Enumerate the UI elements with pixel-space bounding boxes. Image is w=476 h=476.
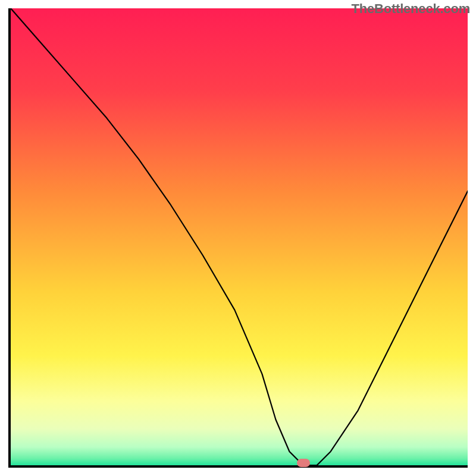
chart-background bbox=[11, 8, 468, 465]
chart-area bbox=[8, 8, 468, 468]
chart-svg bbox=[11, 8, 468, 465]
watermark-text: TheBottleneck.com bbox=[351, 1, 470, 17]
optimal-point-marker bbox=[297, 459, 310, 467]
